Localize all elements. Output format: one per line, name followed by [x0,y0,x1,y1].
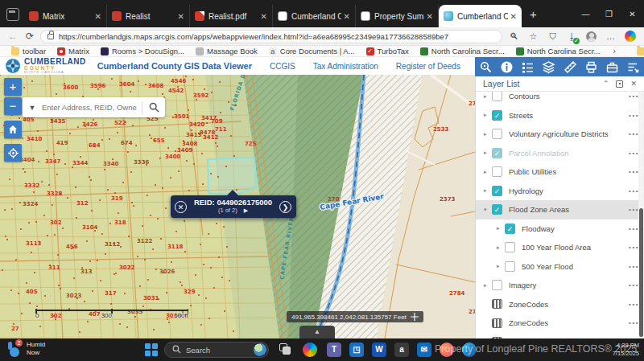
collapse-all-icon[interactable]: ⌃ [603,80,609,88]
layer-row[interactable]: ••• [476,333,644,339]
measurement-icon[interactable] [564,60,577,74]
copilot-taskbar-icon[interactable] [303,343,317,357]
zoom-page-icon[interactable]: 🔍︎ [509,31,519,42]
tab-actions-icon[interactable] [6,8,19,21]
legend-icon[interactable] [521,60,535,74]
teams-icon[interactable]: T [327,343,341,357]
back-icon[interactable]: ← [8,31,18,42]
close-panel-icon[interactable]: ✕ [630,80,637,88]
print-icon[interactable] [584,60,598,74]
tab-realist-pdf[interactable]: Realist.pdf✕ [190,5,273,27]
bookmarks-overflow-icon[interactable]: › [613,47,615,55]
bookmark-toolbar[interactable]: toolbar [11,47,46,55]
layer-row[interactable]: ▸500 Year Flood••• [476,257,644,277]
bookmark-other-favorites[interactable]: Other favorites [637,47,644,55]
tab-close-icon[interactable]: ✕ [344,12,350,21]
layer-expand-icon[interactable]: ▸ [484,282,492,289]
layer-checkbox[interactable]: ✓ [492,204,502,215]
layer-row[interactable]: ▸Voluntary Agriculture Districts••• [476,125,644,144]
more-tools-icon[interactable] [626,60,640,74]
map-search-input[interactable] [42,103,142,112]
layer-row[interactable]: ▸✓Streets••• [476,106,644,125]
layer-expand-icon[interactable]: ▾ [484,207,492,213]
basemap-gallery-icon[interactable] [605,60,619,74]
bookmark-nc-secretary-1[interactable]: North Carolina Secr... [420,47,505,55]
layer-row[interactable]: ZoneCodes••• [476,314,644,333]
remote-app-icon[interactable]: ◳ [349,343,364,357]
a-app-icon[interactable]: a [394,343,409,357]
layer-checkbox[interactable] [492,280,502,290]
layer-expand-icon[interactable]: ▸ [497,225,505,232]
minimize-button[interactable]: — [574,10,597,18]
layers-icon[interactable] [542,60,555,74]
search-source-dropdown-icon[interactable]: ▼ [23,104,42,112]
layer-expand-icon[interactable]: ▸ [484,187,492,194]
layer-checkbox[interactable]: ✓ [492,148,502,158]
next-feature-icon[interactable]: ▶ [244,207,248,213]
zoom-out-button[interactable]: − [4,97,22,115]
collections-icon[interactable]: ⛉ [547,31,558,42]
layer-checkbox[interactable] [505,242,515,252]
tab-property-summary[interactable]: Property Summar✕ [356,5,439,27]
link-tax-administration[interactable]: Tax Administration [313,62,378,71]
tab-realist[interactable]: Realist✕ [107,5,190,27]
attribute-table-toggle[interactable]: ▲ [299,326,335,338]
layer-expand-icon[interactable]: ▸ [497,244,505,251]
layer-expand-icon[interactable]: ▸ [484,131,492,137]
zoom-in-button[interactable]: + [4,78,22,96]
layer-checkbox[interactable]: ✓ [492,186,502,196]
link-ccgis[interactable]: CCGIS [270,62,295,71]
layer-expand-icon[interactable]: ▸ [484,112,492,118]
popup-next-icon[interactable]: ❯ [279,201,291,213]
layer-checkbox[interactable]: ✓ [492,110,502,121]
downloads-icon[interactable]: ⭳ [567,31,577,42]
restore-button[interactable]: ❐ [597,10,621,18]
search-magnifier-icon[interactable] [142,102,165,113]
dock-panel-icon[interactable] [616,80,623,88]
layer-checkbox[interactable] [492,129,502,139]
layer-checkbox[interactable] [492,166,502,177]
layer-expand-icon[interactable]: ▸ [484,150,492,156]
taskbar-clock[interactable]: 4:28 PM 7/15/2025 [613,342,639,358]
weather-widget[interactable]: 2 HumidNow [6,341,45,357]
tab-cumberland-1[interactable]: Cumberland Coun✕ [273,5,356,27]
profile-avatar[interactable] [586,31,597,42]
panel-scrollbar[interactable] [638,92,644,338]
layer-expand-icon[interactable]: ▸ [484,169,492,175]
query-icon[interactable] [479,60,493,74]
close-button[interactable]: ✕ [621,10,644,18]
word-icon[interactable]: W [372,343,386,357]
bookmark-nc-secretary-2[interactable]: North Carolina Secr... [516,47,601,55]
layer-row[interactable]: ▸✓Parcel Annotation••• [476,144,644,163]
layer-checkbox[interactable] [505,261,515,272]
layer-row[interactable]: ▸100 Year Flood Area••• [476,238,644,257]
url-field[interactable]: https://cumberlandgis.maps.arcgis.com/ap… [40,30,502,43]
layer-row[interactable]: ▸✓Hydrology••• [476,182,644,201]
layer-checkbox[interactable] [492,91,502,101]
crosshair-icon[interactable] [411,313,419,321]
info-icon[interactable] [500,60,514,74]
layer-expand-icon[interactable]: ▸ [497,263,505,269]
bookmark-rooms[interactable]: Rooms > DocuSign... [101,47,184,55]
bookmark-massage-book[interactable]: Massage Book [196,47,258,55]
my-location-button[interactable] [4,144,22,162]
tab-close-icon[interactable]: ✕ [510,12,517,21]
bookmark-core-documents[interactable]: aCore Documents | A... [269,47,355,55]
taskbar-search[interactable]: Search [164,342,269,358]
layer-row[interactable]: ▸Public Utilities••• [476,162,644,182]
bookmark-matrix[interactable]: Matrix [57,47,89,55]
new-tab-button[interactable]: + [530,7,537,21]
tab-close-icon[interactable]: ✕ [427,12,433,21]
more-menu-icon[interactable]: … [605,31,616,42]
start-button[interactable] [145,343,158,356]
refresh-icon[interactable]: ⟳ [26,31,34,42]
favorite-star-icon[interactable]: ☆ [528,31,539,42]
layer-checkbox[interactable]: ✓ [505,224,515,234]
tab-matrix[interactable]: Matrix✕ [24,5,107,27]
tab-close-icon[interactable]: ✕ [261,12,267,21]
task-view-icon[interactable] [279,343,293,357]
layer-row[interactable]: ▸✓Floodway••• [476,219,644,239]
popup-close-icon[interactable]: ✕ [175,201,187,213]
photos-icon[interactable] [440,343,454,357]
layer-row[interactable]: ZoneCodes••• [476,295,644,314]
